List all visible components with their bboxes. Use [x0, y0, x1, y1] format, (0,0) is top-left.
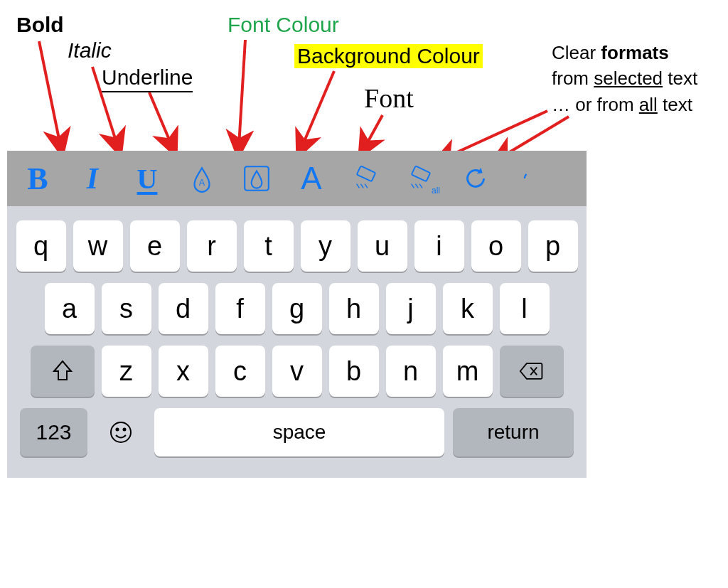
key-k[interactable]: k — [443, 283, 493, 334]
key-v[interactable]: v — [272, 346, 322, 397]
svg-point-14 — [124, 429, 126, 431]
key-h[interactable]: h — [329, 283, 379, 334]
emoji-key[interactable] — [96, 408, 146, 456]
key-c[interactable]: c — [215, 346, 265, 397]
keyboard: qwertyuiop asdfghjkl zxcvbnm 123 — [7, 206, 587, 478]
annotation-font-colour: Font Colour — [228, 13, 339, 37]
svg-line-0 — [39, 41, 63, 156]
svg-line-4 — [297, 71, 334, 158]
svg-point-13 — [117, 429, 119, 431]
key-e[interactable]: e — [130, 220, 180, 272]
key-z[interactable]: z — [102, 346, 151, 397]
background-colour-icon — [242, 164, 272, 193]
key-x[interactable]: x — [159, 346, 208, 397]
annotation-italic: Italic — [68, 38, 112, 63]
italic-icon: I — [87, 161, 98, 196]
key-l[interactable]: l — [500, 283, 550, 334]
key-p[interactable]: p — [528, 220, 578, 272]
key-b[interactable]: b — [329, 346, 379, 397]
bold-icon: B — [27, 161, 48, 197]
key-i[interactable]: i — [414, 220, 464, 272]
svg-text:A: A — [199, 178, 205, 188]
redo-button[interactable] — [513, 157, 548, 200]
clear-format-selected-button[interactable] — [348, 157, 384, 200]
key-j[interactable]: j — [386, 283, 436, 334]
svg-rect-11 — [412, 166, 430, 181]
app-panel: B I U A A — [7, 151, 587, 478]
svg-line-2 — [149, 92, 176, 156]
annotation-font: Font — [364, 82, 414, 114]
key-d[interactable]: d — [159, 283, 208, 334]
key-m[interactable]: m — [443, 346, 493, 397]
key-q[interactable]: q — [16, 220, 66, 272]
italic-button[interactable]: I — [75, 157, 110, 200]
backspace-icon — [519, 358, 545, 384]
annotation-bold: Bold — [16, 13, 64, 37]
keyboard-row-3: zxcvbnm — [14, 346, 579, 397]
space-key[interactable]: space — [154, 408, 444, 456]
format-toolbar: B I U A A — [7, 151, 587, 206]
undo-button[interactable] — [458, 157, 493, 200]
numbers-key[interactable]: 123 — [20, 408, 87, 456]
shift-key[interactable] — [31, 346, 95, 397]
svg-line-3 — [238, 40, 245, 158]
key-a[interactable]: a — [45, 283, 95, 334]
emoji-icon — [108, 419, 134, 445]
font-button[interactable]: A — [294, 157, 329, 200]
svg-point-12 — [111, 422, 131, 442]
background-colour-button[interactable] — [239, 157, 274, 200]
key-s[interactable]: s — [102, 283, 151, 334]
keyboard-row-1: qwertyuiop — [14, 220, 579, 272]
eraser-icon — [351, 164, 381, 193]
keyboard-row-4: 123 space return — [14, 408, 579, 456]
key-w[interactable]: w — [73, 220, 123, 272]
font-icon: A — [301, 161, 321, 196]
clear-format-all-button[interactable]: all — [403, 157, 439, 200]
key-u[interactable]: u — [358, 220, 407, 272]
underline-button[interactable]: U — [129, 157, 165, 200]
key-r[interactable]: r — [187, 220, 237, 272]
backspace-key[interactable] — [500, 346, 564, 397]
underline-icon: U — [137, 162, 158, 196]
key-g[interactable]: g — [272, 283, 322, 334]
annotation-background-colour: Background Colour — [294, 44, 483, 68]
svg-rect-10 — [357, 166, 375, 181]
key-n[interactable]: n — [386, 346, 436, 397]
redo-icon — [520, 164, 541, 193]
annotation-underline: Underline — [102, 65, 193, 92]
key-o[interactable]: o — [471, 220, 521, 272]
annotation-clear-formats: Clear formats from selected text … or fr… — [552, 40, 722, 117]
font-colour-icon: A — [187, 164, 217, 193]
undo-icon — [461, 164, 491, 193]
key-f[interactable]: f — [215, 283, 265, 334]
keyboard-row-2: asdfghjkl — [14, 283, 579, 334]
eraser-all-suffix: all — [432, 186, 440, 196]
key-y[interactable]: y — [301, 220, 350, 272]
shift-icon — [50, 358, 75, 384]
bold-button[interactable]: B — [20, 157, 55, 200]
return-key[interactable]: return — [453, 408, 574, 456]
key-t[interactable]: t — [244, 220, 294, 272]
font-colour-button[interactable]: A — [184, 157, 220, 200]
